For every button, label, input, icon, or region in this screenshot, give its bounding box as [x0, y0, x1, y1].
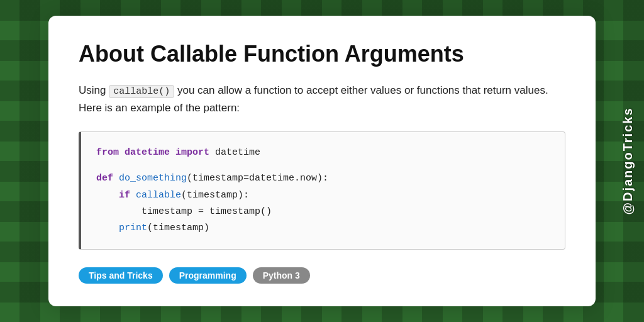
tags-container: Tips and Tricks Programming Python 3: [79, 267, 565, 284]
code-line-1: from datetime import datetime: [96, 145, 550, 161]
tag-programming[interactable]: Programming: [169, 267, 247, 284]
inline-code: callable(): [109, 85, 174, 98]
tag-tips-and-tricks[interactable]: Tips and Tricks: [79, 267, 163, 284]
handle-text: @DjangoTricks: [621, 107, 635, 214]
code-line-4: timestamp = timestamp(): [96, 204, 550, 220]
tag-python3[interactable]: Python 3: [253, 267, 310, 284]
code-blank-1: [96, 161, 550, 170]
code-line-2: def do_something(timestamp=datetime.now)…: [96, 170, 550, 187]
page-title: About Callable Function Arguments: [79, 41, 565, 67]
code-line-5: print(timestamp): [96, 220, 550, 236]
code-line-3: if callable(timestamp):: [96, 187, 550, 204]
code-block: from datetime import datetime def do_som…: [79, 131, 565, 250]
sidebar-handle: @DjangoTricks: [621, 107, 635, 214]
description-before: Using: [79, 84, 106, 96]
description-text: Using callable() you can allow a functio…: [79, 82, 565, 116]
main-card: About Callable Function Arguments Using …: [48, 16, 596, 307]
